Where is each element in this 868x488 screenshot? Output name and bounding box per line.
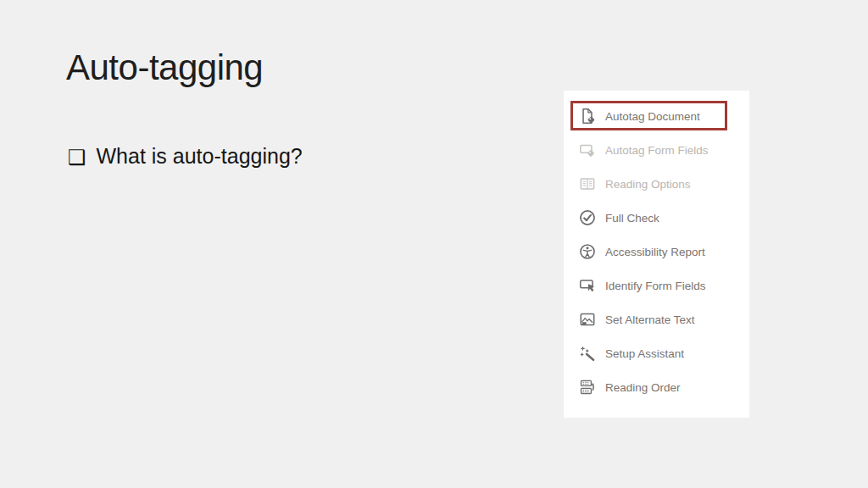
menu-item-label: Reading Options — [605, 178, 691, 191]
reading-options-icon — [578, 175, 597, 193]
menu-item-full-check[interactable]: Full Check — [564, 201, 749, 235]
autotag-form-fields-icon — [578, 141, 597, 159]
set-alternate-text-icon — [578, 310, 597, 329]
accessibility-tools-panel: Autotag DocumentAutotag Form FieldsReadi… — [564, 91, 749, 418]
menu-item-set-alternate-text[interactable]: Set Alternate Text — [564, 302, 749, 336]
menu-item-label: Accessibility Report — [605, 246, 705, 258]
autotag-document-icon — [578, 107, 597, 125]
reading-order-icon — [578, 378, 597, 396]
identify-form-fields-icon — [578, 276, 597, 295]
menu-item-label: Identify Form Fields — [605, 280, 706, 292]
menu-item-autotag-form-fields: Autotag Form Fields — [564, 133, 749, 167]
bullet-text: What is auto-tagging? — [97, 144, 303, 169]
presentation-slide: Auto-tagging ❑ What is auto-tagging? Aut… — [0, 0, 868, 488]
full-check-icon — [578, 208, 597, 227]
menu-item-reading-order[interactable]: Reading Order — [564, 370, 749, 404]
bullet-item: ❑ What is auto-tagging? — [68, 144, 303, 169]
menu-item-label: Set Alternate Text — [605, 313, 695, 326]
menu-item-autotag-document[interactable]: Autotag Document — [564, 99, 749, 133]
setup-assistant-icon — [578, 344, 597, 363]
menu-item-label: Setup Assistant — [605, 347, 684, 360]
menu-item-label: Autotag Document — [605, 110, 700, 123]
accessibility-report-icon — [578, 242, 597, 261]
menu-item-label: Reading Order — [605, 381, 681, 394]
page-title: Auto-tagging — [66, 47, 263, 88]
menu-item-label: Autotag Form Fields — [605, 144, 709, 157]
checkbox-bullet-icon: ❑ — [68, 147, 86, 168]
menu-item-setup-assistant[interactable]: Setup Assistant — [564, 336, 749, 370]
menu-item-accessibility-report[interactable]: Accessibility Report — [564, 235, 749, 269]
menu-item-reading-options: Reading Options — [564, 167, 749, 201]
menu-item-label: Full Check — [605, 212, 659, 225]
menu-item-identify-form-fields[interactable]: Identify Form Fields — [564, 269, 749, 302]
